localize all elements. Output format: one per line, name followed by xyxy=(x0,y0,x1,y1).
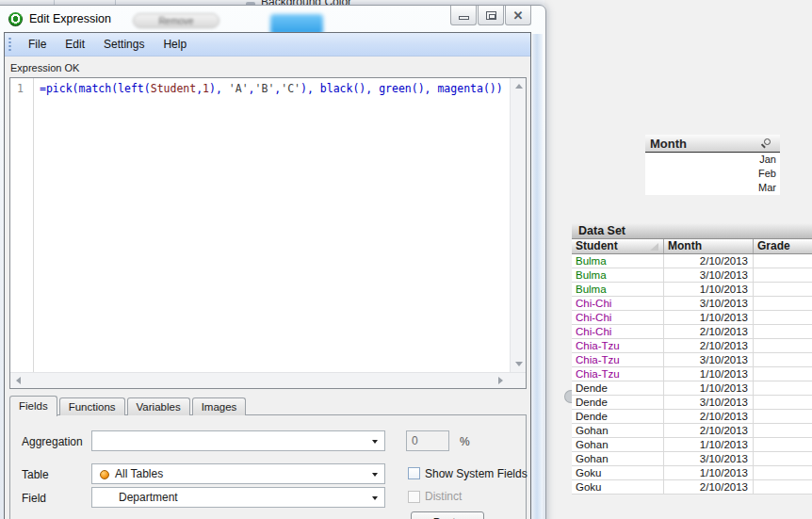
menu-settings[interactable]: Settings xyxy=(94,33,154,56)
column-header-grade[interactable]: Grade xyxy=(754,239,812,253)
scroll-down-icon[interactable] xyxy=(515,362,523,366)
cell-month[interactable]: 3/10/2013 xyxy=(664,297,754,311)
cell-month[interactable]: 1/10/2013 xyxy=(664,311,754,325)
cell-month[interactable]: 2/10/2013 xyxy=(664,424,754,438)
cell-grade[interactable] xyxy=(754,254,812,268)
cell-grade[interactable] xyxy=(754,339,812,353)
month-listbox-caption[interactable]: Month xyxy=(645,135,780,153)
show-system-fields-checkbox[interactable] xyxy=(408,467,420,479)
vertical-scrollbar[interactable] xyxy=(510,78,526,372)
chevron-down-icon xyxy=(372,473,378,477)
cell-student[interactable]: Goku xyxy=(572,466,664,480)
cell-student[interactable]: Chia-Tzu xyxy=(572,367,664,381)
cell-grade[interactable] xyxy=(754,297,812,311)
cell-grade[interactable] xyxy=(754,452,812,466)
cell-grade[interactable] xyxy=(754,438,812,452)
cell-month[interactable]: 2/10/2013 xyxy=(664,410,754,424)
menu-edit[interactable]: Edit xyxy=(56,33,94,56)
cell-grade[interactable] xyxy=(754,480,812,495)
cell-student[interactable]: Dende xyxy=(572,396,664,410)
blurred-remove-button: Remove xyxy=(133,13,219,28)
cell-student[interactable]: Bulma xyxy=(572,283,664,297)
cell-student[interactable]: Chi-Chi xyxy=(572,311,664,325)
data-set-table: Data Set Student Month Grade Bulma2/10/2… xyxy=(572,223,812,495)
cell-month[interactable]: 2/10/2013 xyxy=(664,325,754,339)
cell-student[interactable]: Goku xyxy=(572,480,664,495)
cell-month[interactable]: 3/10/2013 xyxy=(664,396,754,410)
cell-month[interactable]: 2/10/2013 xyxy=(664,480,754,495)
cell-month[interactable]: 3/10/2013 xyxy=(664,353,754,367)
cell-month[interactable]: 1/10/2013 xyxy=(664,466,754,480)
cell-grade[interactable] xyxy=(754,466,812,480)
table-scroll-notch[interactable] xyxy=(564,390,572,403)
field-combo[interactable]: Department xyxy=(91,487,385,508)
listbox-item-feb[interactable]: Feb xyxy=(645,167,780,181)
expression-line[interactable]: =pick(match(left(Student,1), 'A','B','C'… xyxy=(40,82,503,95)
cell-student[interactable]: Bulma xyxy=(572,254,664,268)
cell-month[interactable]: 1/10/2013 xyxy=(664,438,754,452)
data-set-caption[interactable]: Data Set xyxy=(572,223,812,239)
percent-input[interactable]: 0 xyxy=(406,430,449,451)
cell-student[interactable]: Bulma xyxy=(572,268,664,283)
cell-student[interactable]: Dende xyxy=(572,410,664,424)
cell-month[interactable]: 2/10/2013 xyxy=(664,339,754,353)
qlikview-app-icon xyxy=(8,12,23,26)
menu-grip-handle[interactable] xyxy=(8,37,11,52)
close-button[interactable]: ✕ xyxy=(505,6,531,25)
cell-student[interactable]: Gohan xyxy=(572,438,664,452)
cell-student[interactable]: Gohan xyxy=(572,424,664,438)
table-combo[interactable]: All Tables xyxy=(91,463,385,484)
tab-fields[interactable]: Fields xyxy=(9,396,57,416)
cell-month[interactable]: 1/10/2013 xyxy=(664,367,754,381)
tab-variables[interactable]: Variables xyxy=(127,397,190,415)
cell-student[interactable]: Chia-Tzu xyxy=(572,339,664,353)
cell-grade[interactable] xyxy=(754,396,812,410)
cell-grade[interactable] xyxy=(754,367,812,381)
cell-student[interactable]: Gohan xyxy=(572,452,664,466)
cell-student[interactable]: Chi-Chi xyxy=(572,325,664,339)
cell-month[interactable]: 1/10/2013 xyxy=(664,283,754,297)
cell-student[interactable]: Chia-Tzu xyxy=(572,353,664,367)
minimize-button[interactable] xyxy=(450,6,477,25)
listbox-item-mar[interactable]: Mar xyxy=(645,181,780,195)
cell-month[interactable]: 3/10/2013 xyxy=(664,452,754,466)
menu-help[interactable]: Help xyxy=(154,33,196,56)
cell-grade[interactable] xyxy=(754,325,812,339)
cell-student[interactable]: Dende xyxy=(572,381,664,396)
cell-grade[interactable] xyxy=(754,311,812,325)
cell-grade[interactable] xyxy=(754,283,812,297)
field-label: Field xyxy=(22,492,46,505)
gutter-separator xyxy=(33,78,34,372)
column-header-month[interactable]: Month xyxy=(664,239,754,253)
scroll-up-icon[interactable] xyxy=(515,84,523,89)
dialog-titlebar[interactable]: Remove Edit Expression ✕ xyxy=(0,6,545,32)
cell-month[interactable]: 2/10/2013 xyxy=(664,254,754,268)
table-row: Chia-Tzu1/10/2013 xyxy=(572,367,812,381)
scroll-left-icon[interactable] xyxy=(16,377,21,384)
paste-button[interactable]: Paste xyxy=(411,511,484,519)
cell-grade[interactable] xyxy=(754,410,812,424)
cell-month[interactable]: 3/10/2013 xyxy=(664,268,754,283)
tab-functions[interactable]: Functions xyxy=(59,397,125,415)
scroll-right-icon[interactable] xyxy=(498,377,503,384)
cell-month[interactable]: 1/10/2013 xyxy=(664,381,754,396)
menu-file[interactable]: File xyxy=(19,33,56,56)
listbox-item-jan[interactable]: Jan xyxy=(645,153,780,167)
cell-grade[interactable] xyxy=(754,381,812,396)
expression-token-string: 'C' xyxy=(281,82,300,95)
cell-grade[interactable] xyxy=(754,424,812,438)
search-icon[interactable] xyxy=(764,138,771,145)
expression-editor[interactable]: 1 =pick(match(left(Student,1), 'A','B','… xyxy=(9,77,527,389)
cell-grade[interactable] xyxy=(754,268,812,283)
cell-student[interactable]: Chi-Chi xyxy=(572,297,664,311)
horizontal-scrollbar[interactable] xyxy=(10,372,526,388)
expression-token-string: 'A' xyxy=(229,82,249,95)
sort-indicator-icon xyxy=(650,243,658,251)
aggregation-combo[interactable] xyxy=(91,430,385,451)
tab-images[interactable]: Images xyxy=(192,397,247,415)
cell-grade[interactable] xyxy=(754,353,812,367)
expression-status: Expression OK xyxy=(10,62,79,73)
maximize-button[interactable] xyxy=(478,6,504,25)
expression-token-field: Student xyxy=(151,82,196,95)
column-header-student[interactable]: Student xyxy=(572,239,664,253)
